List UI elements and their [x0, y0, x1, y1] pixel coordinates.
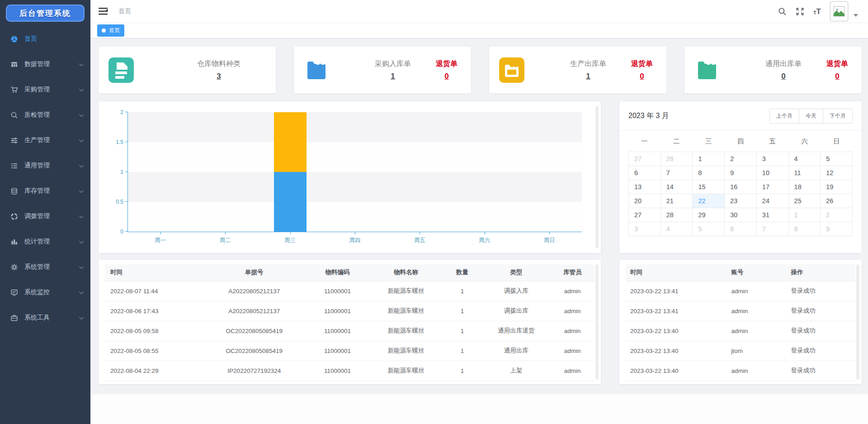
stat-value-link[interactable]: 3	[217, 72, 221, 81]
table-row[interactable]: 2022-08-04 22:29 IP20220727192324 110000…	[105, 361, 594, 381]
calendar-day[interactable]: 14	[661, 180, 693, 194]
calendar-day[interactable]: 27	[629, 208, 661, 222]
column-header: 单据号	[203, 264, 306, 281]
fullscreen-icon[interactable]	[796, 7, 804, 16]
font-size-icon[interactable]: TT	[813, 8, 821, 15]
y-axis-tick	[125, 142, 128, 142]
fold-menu-icon[interactable]	[99, 7, 108, 16]
cell-material-name: 新能源车螺丝	[369, 281, 443, 301]
calendar-day[interactable]: 10	[757, 166, 789, 180]
calendar-day[interactable]: 3	[629, 222, 661, 236]
calendar-day[interactable]: 5	[821, 152, 853, 166]
stat-return-value-link[interactable]: 0	[640, 72, 644, 81]
search-icon[interactable]	[778, 7, 787, 16]
table-row[interactable]: 2022-08-07 11:44 A20220805212137 1100000…	[105, 281, 594, 301]
calendar-day[interactable]: 1	[789, 208, 821, 222]
table-row[interactable]: 2023-03-22 13:40 jtom 登录成功	[626, 341, 855, 361]
cell-time: 2022-08-05 08:55	[105, 341, 203, 361]
table-row[interactable]: 2022-08-05 08:55 OC20220805085419 110000…	[105, 341, 594, 361]
calendar-day[interactable]: 25	[789, 194, 821, 208]
calendar-day[interactable]: 16	[725, 180, 757, 194]
calendar-day[interactable]: 11	[789, 166, 821, 180]
sidebar-item-tools[interactable]: 系统工具	[0, 305, 90, 330]
calendar-day[interactable]: 26	[821, 194, 853, 208]
stat-title: 通用出库单	[765, 59, 802, 69]
sidebar-item-system[interactable]: 系统管理	[0, 254, 90, 280]
stat-return-value-link[interactable]: 0	[835, 72, 839, 81]
calendar-day[interactable]: 23	[725, 194, 757, 208]
table-row[interactable]: 2023-03-22 13:40 admin 登录成功	[626, 321, 855, 341]
calendar-day[interactable]: 12	[821, 166, 853, 180]
scrollbar[interactable]	[856, 264, 859, 380]
cell-time: 2022-08-07 11:44	[105, 281, 203, 301]
bar-segment-yellow[interactable]	[274, 112, 307, 172]
stat-return-value-link[interactable]: 0	[444, 72, 448, 81]
calendar-day[interactable]: 4	[661, 222, 693, 236]
cell-time: 2022-08-06 17:43	[105, 301, 203, 321]
scrollbar[interactable]	[595, 106, 599, 248]
calendar-day[interactable]: 28	[661, 152, 693, 166]
calendar-day[interactable]: 6	[725, 222, 757, 236]
calendar-day[interactable]: 27	[629, 152, 661, 166]
calendar-day[interactable]: 9	[821, 222, 853, 236]
calendar-day[interactable]: 29	[693, 208, 725, 222]
tab-home[interactable]: 首页	[97, 24, 124, 37]
calendar-day[interactable]: 30	[725, 208, 757, 222]
stat-value-link[interactable]: 1	[586, 72, 590, 81]
calendar-panel: 2023 年 3 月 上个月 今天 下个月 一 二 三 四 五	[619, 101, 862, 253]
calendar-day[interactable]: 15	[693, 180, 725, 194]
calendar-day[interactable]: 24	[757, 194, 789, 208]
next-month-button[interactable]: 下个月	[823, 109, 853, 124]
stat-value-link[interactable]: 1	[391, 72, 395, 81]
calendar-day[interactable]: 28	[661, 208, 693, 222]
sidebar-item-general[interactable]: 通用管理	[0, 153, 90, 178]
calendar-day[interactable]: 3	[757, 152, 789, 166]
sidebar-item-transfer[interactable]: 调拨管理	[0, 204, 90, 229]
cell-qty: 1	[443, 321, 482, 341]
stat-value-link[interactable]: 0	[781, 72, 785, 81]
table-row[interactable]: 2022-08-05 09:58 OC20220805085419 110000…	[105, 321, 594, 341]
calendar-day[interactable]: 9	[725, 166, 757, 180]
calendar-day[interactable]: 6	[629, 166, 661, 180]
breadcrumb: 首页	[118, 7, 131, 15]
cell-type: 调拨入库	[482, 281, 551, 301]
caret-down-icon[interactable]	[854, 14, 858, 17]
cell-material-code: 11000001	[306, 361, 369, 381]
calendar-day[interactable]: 13	[629, 180, 661, 194]
sidebar-item-monitor[interactable]: 系统监控	[0, 280, 90, 305]
calendar-day[interactable]: 2	[821, 208, 853, 222]
sidebar-item-inventory[interactable]: 库存管理	[0, 178, 90, 204]
table-row[interactable]: 2022-08-06 17:43 A20220805212137 1100000…	[105, 301, 594, 321]
calendar-day-selected[interactable]: 22	[693, 194, 725, 208]
cell-type: 上架	[482, 361, 551, 381]
table-row[interactable]: 2023-03-22 13:41 admin 登录成功	[626, 301, 855, 321]
scrollbar[interactable]	[595, 264, 599, 380]
cell-material-name: 新能源车螺丝	[369, 321, 443, 341]
sidebar-item-quality[interactable]: 质检管理	[0, 102, 90, 128]
calendar-day[interactable]: 8	[693, 166, 725, 180]
calendar-day[interactable]: 2	[725, 152, 757, 166]
sidebar-item-purchase[interactable]: 采购管理	[0, 77, 90, 102]
sidebar-item-statistics[interactable]: 统计管理	[0, 229, 90, 254]
calendar-day[interactable]: 5	[693, 222, 725, 236]
avatar[interactable]	[830, 1, 848, 21]
calendar-day[interactable]: 20	[629, 194, 661, 208]
calendar-day[interactable]: 18	[789, 180, 821, 194]
calendar-day[interactable]: 4	[789, 152, 821, 166]
calendar-day[interactable]: 8	[789, 222, 821, 236]
table-row[interactable]: 2023-03-22 13:41 admin 登录成功	[626, 281, 855, 301]
bar-segment-blue[interactable]	[274, 172, 307, 232]
calendar-day[interactable]: 21	[661, 194, 693, 208]
calendar-day[interactable]: 7	[757, 222, 789, 236]
sidebar-item-data[interactable]: 数据管理	[0, 52, 90, 77]
calendar-day[interactable]: 31	[757, 208, 789, 222]
calendar-day[interactable]: 7	[661, 166, 693, 180]
calendar-day[interactable]: 1	[693, 152, 725, 166]
table-row[interactable]: 2023-03-22 13:40 admin 登录成功	[626, 361, 855, 381]
prev-month-button[interactable]: 上个月	[769, 109, 799, 124]
calendar-day[interactable]: 19	[821, 180, 853, 194]
today-button[interactable]: 今天	[799, 109, 823, 124]
calendar-day[interactable]: 17	[757, 180, 789, 194]
sidebar-item-home[interactable]: 首页	[0, 26, 90, 52]
sidebar-item-production[interactable]: 生产管理	[0, 128, 90, 153]
